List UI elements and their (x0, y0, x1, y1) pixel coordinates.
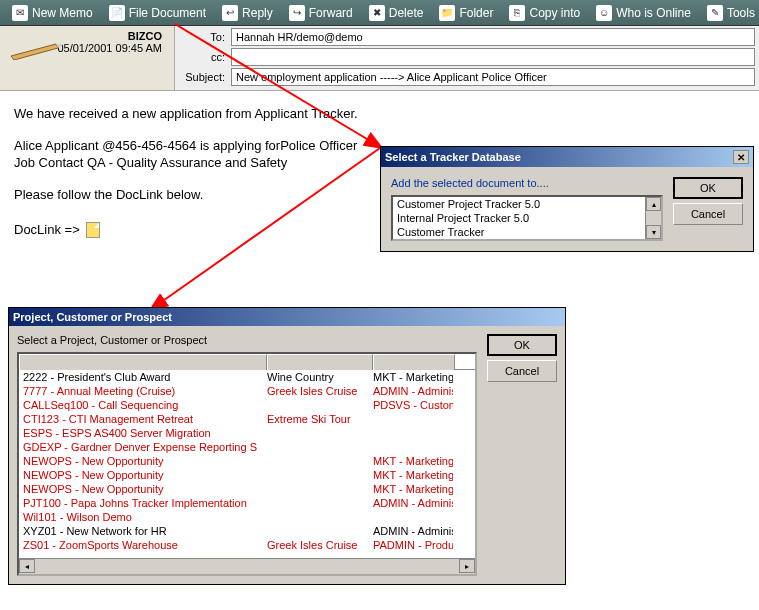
delete-button[interactable]: ✖Delete (361, 3, 432, 23)
toolbar-label: New Memo (32, 6, 93, 20)
table-row[interactable]: 2222 - President's Club AwardWine Countr… (19, 370, 475, 384)
forward-button[interactable]: ↪Forward (281, 3, 361, 23)
project-dialog-titlebar: Project, Customer or Prospect (9, 308, 565, 326)
message-header: BIZCO 05/01/2001 09:45 AM To: cc: Subjec… (0, 26, 759, 91)
project-instruction: Select a Project, Customer or Prospect (17, 334, 477, 346)
table-row[interactable]: ESPS - ESPS AS400 Server Migration (19, 426, 475, 440)
toolbar-label: Reply (242, 6, 273, 20)
scroll-right-icon[interactable]: ▸ (459, 559, 475, 573)
tracker-instruction: Add the selected document to.... (391, 177, 663, 189)
table-cell (373, 426, 453, 440)
table-cell: CALLSeq100 - Call Sequencing (23, 398, 267, 412)
table-cell: PADMIN - Produ (373, 538, 453, 552)
cancel-button[interactable]: Cancel (487, 360, 557, 382)
tracker-listbox[interactable]: Customer Project Tracker 5.0Internal Pro… (391, 195, 663, 241)
table-row[interactable]: CTI123 - CTI Management RetreatExtreme S… (19, 412, 475, 426)
table-cell: 7777 - Annual Meeting (Cruise) (23, 384, 267, 398)
pencil-icon (6, 40, 66, 60)
table-cell: Greek Isles Cruise (267, 538, 373, 552)
sender-pane: BIZCO 05/01/2001 09:45 AM (0, 26, 175, 90)
to-field[interactable] (231, 28, 755, 46)
table-cell: GDEXP - Gardner Denver Expense Reporting… (23, 440, 267, 454)
body-line2: Alice Applicant @456-456-4564 is applyin… (14, 137, 366, 155)
project-dialog: Project, Customer or Prospect Select a P… (8, 307, 566, 585)
reply-button[interactable]: ↩Reply (214, 3, 281, 23)
table-row[interactable]: NEWOPS - New OpportunityMKT - Marketing (19, 468, 475, 482)
cc-field[interactable] (231, 48, 755, 66)
list-item[interactable]: Internal Project Tracker 5.0 (393, 211, 661, 225)
list-item[interactable]: Customer Project Tracker 5.0 (393, 197, 661, 211)
table-cell: Wil101 - Wilson Demo (23, 510, 267, 524)
to-label: To: (179, 31, 231, 43)
table-cell (373, 510, 453, 524)
table-cell: MKT - Marketing (373, 454, 453, 468)
tracker-dialog: Select a Tracker Database ✕ Add the sele… (380, 146, 754, 252)
ok-button[interactable]: OK (673, 177, 743, 199)
file-document-button[interactable]: 📄File Document (101, 3, 214, 23)
table-cell (267, 468, 373, 482)
table-cell: NEWOPS - New Opportunity (23, 482, 267, 496)
table-row[interactable]: NEWOPS - New OpportunityMKT - Marketing (19, 482, 475, 496)
table-row[interactable]: 7777 - Annual Meeting (Cruise)Greek Isle… (19, 384, 475, 398)
close-icon[interactable]: ✕ (733, 150, 749, 164)
table-cell: MKT - Marketing (373, 482, 453, 496)
folder-button[interactable]: 📁Folder (431, 3, 501, 23)
body-line1: We have received a new application from … (14, 105, 366, 123)
table-cell (267, 398, 373, 412)
scroll-left-icon[interactable]: ◂ (19, 559, 35, 573)
body-line4: Please follow the DocLink below. (14, 186, 366, 204)
folder-icon: 📁 (439, 5, 455, 21)
project-dialog-title: Project, Customer or Prospect (13, 311, 172, 323)
toolbar-label: Folder (459, 6, 493, 20)
copy-into-button[interactable]: ⎘Copy into (501, 3, 588, 23)
table-cell: XYZ01 - New Network for HR (23, 524, 267, 538)
body-line3: Job Contact QA - Quality Assurance and S… (14, 154, 366, 172)
fields-pane: To: cc: Subject: (175, 26, 759, 90)
toolbar-label: Copy into (529, 6, 580, 20)
list-item[interactable]: Customer Tracker (393, 225, 661, 239)
table-cell: ADMIN - Adminis (373, 496, 453, 510)
table-row[interactable]: XYZ01 - New Network for HRADMIN - Admini… (19, 524, 475, 538)
ok-button[interactable]: OK (487, 334, 557, 356)
table-cell: ADMIN - Adminis (373, 384, 453, 398)
table-cell: MKT - Marketing (373, 370, 453, 384)
table-row[interactable]: GDEXP - Gardner Denver Expense Reporting… (19, 440, 475, 454)
project-table[interactable]: 2222 - President's Club AwardWine Countr… (17, 352, 477, 576)
table-header (19, 354, 475, 370)
delete-icon: ✖ (369, 5, 385, 21)
cancel-button[interactable]: Cancel (673, 203, 743, 225)
svg-marker-0 (11, 44, 58, 60)
table-cell: ZS01 - ZoomSports Warehouse (23, 538, 267, 552)
table-cell: NEWOPS - New Opportunity (23, 454, 267, 468)
scroll-up-icon[interactable]: ▴ (646, 197, 661, 211)
toolbar-label: Delete (389, 6, 424, 20)
table-cell: ADMIN - Adminis (373, 524, 453, 538)
new-memo-button[interactable]: ✉New Memo (4, 3, 101, 23)
table-cell: 2222 - President's Club Award (23, 370, 267, 384)
h-scrollbar[interactable]: ◂ ▸ (19, 558, 475, 574)
table-cell (267, 440, 373, 454)
tools-button[interactable]: ✎Tools (699, 3, 759, 23)
toolbar-label: Forward (309, 6, 353, 20)
scroll-down-icon[interactable]: ▾ (646, 225, 661, 239)
who-is-online-button[interactable]: ☺Who is Online (588, 3, 699, 23)
doclink-icon[interactable] (86, 222, 100, 238)
table-row[interactable]: ZS01 - ZoomSports WarehouseGreek Isles C… (19, 538, 475, 552)
table-cell: PJT100 - Papa Johns Tracker Implementati… (23, 496, 267, 510)
table-row[interactable]: PJT100 - Papa Johns Tracker Implementati… (19, 496, 475, 510)
table-row[interactable]: NEWOPS - New OpportunityMKT - Marketing (19, 454, 475, 468)
table-cell: Extreme Ski Tour (267, 412, 373, 426)
doclink-label: DocLink => (14, 221, 80, 239)
table-row[interactable]: Wil101 - Wilson Demo (19, 510, 475, 524)
table-cell (267, 482, 373, 496)
toolbar-label: Tools (727, 6, 755, 20)
table-cell (267, 454, 373, 468)
table-row[interactable]: CALLSeq100 - Call SequencingPDSVS - Cust… (19, 398, 475, 412)
scrollbar[interactable]: ▴ ▾ (645, 197, 661, 239)
table-cell (267, 510, 373, 524)
table-cell (373, 440, 453, 454)
table-cell: CTI123 - CTI Management Retreat (23, 412, 267, 426)
table-cell (267, 496, 373, 510)
table-cell (373, 412, 453, 426)
subject-field[interactable] (231, 68, 755, 86)
